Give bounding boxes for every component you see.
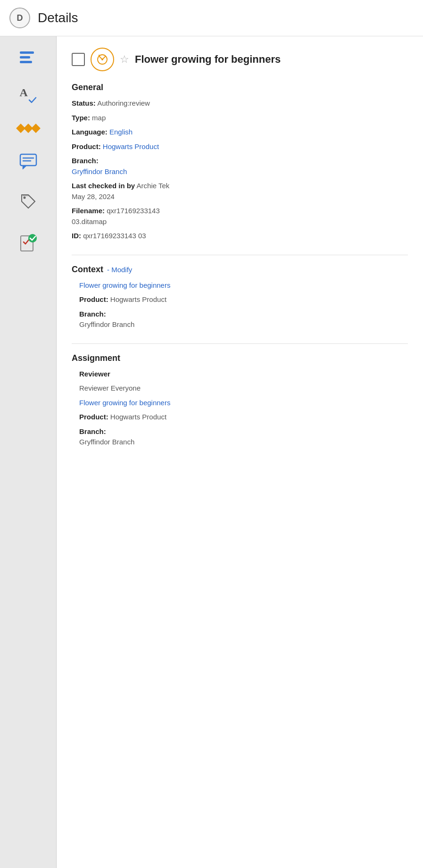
assignment-product-value: Hogwarts Product (110, 413, 166, 421)
status-value: Authoring:review (97, 99, 150, 107)
svg-rect-0 (20, 154, 36, 166)
last-checked-label: Last checked in by (72, 182, 135, 190)
spellcheck-icon: A (20, 86, 37, 103)
assignment-section-title: Assignment (72, 353, 408, 363)
header: D Details (0, 0, 423, 36)
status-label: Status: (72, 99, 96, 107)
checklist-icon (19, 234, 37, 253)
language-label: Language: (72, 128, 108, 136)
main-layout: A (0, 36, 423, 868)
reviewer-value-field: Reviewer Everyone (79, 383, 408, 394)
svg-point-3 (23, 197, 25, 199)
filename-field: Filename: qxr1716923314303.ditamap (72, 206, 408, 227)
language-value[interactable]: English (109, 128, 133, 136)
general-section-title: General (72, 83, 408, 92)
type-value: map (92, 114, 106, 122)
context-branch-label: Branch: (79, 310, 106, 318)
general-section: General Status: Authoring:review Type: m… (72, 83, 408, 242)
assignment-branch-value: Gryffindor Branch (79, 438, 134, 446)
assignment-product-label: Product: (79, 413, 108, 421)
context-link-row: Flower growing for beginners (79, 280, 408, 291)
status-field: Status: Authoring:review (72, 98, 408, 109)
assignment-branch-label: Branch: (79, 427, 106, 435)
context-product-field: Product: Hogwarts Product (79, 294, 408, 305)
assignment-document-link[interactable]: Flower growing for beginners (79, 399, 170, 407)
reviewer-role-label: Reviewer (79, 370, 110, 378)
document-checkbox[interactable] (72, 53, 85, 66)
main-content: ☆ Flower growing for beginners General S… (57, 36, 423, 868)
assignment-branch-field: Branch: Gryffindor Branch (79, 426, 408, 448)
sidebar-item-comment[interactable] (16, 150, 41, 175)
svg-line-8 (102, 56, 106, 59)
sidebar-item-tags[interactable] (16, 189, 41, 216)
last-checked-user: Archie Tek (137, 182, 170, 190)
context-branch-value: Gryffindor Branch (79, 320, 134, 328)
assignment-link-row: Flower growing for beginners (79, 398, 408, 409)
branch-label: Branch: (72, 157, 99, 165)
comment-icon (19, 153, 37, 171)
assignment-details: Reviewer Reviewer Everyone Flower growin… (72, 369, 408, 448)
context-product-value: Hogwarts Product (110, 295, 166, 303)
reviewer-role-field: Reviewer (79, 369, 408, 380)
sidebar-item-stack[interactable] (16, 46, 41, 68)
tags-icon (20, 193, 37, 212)
context-section-title: Context (72, 265, 103, 275)
svg-line-9 (99, 56, 102, 59)
filename-label: Filename: (72, 207, 105, 215)
stack-icon (20, 50, 37, 65)
favorite-star[interactable]: ☆ (120, 53, 129, 66)
page-title: Details (38, 10, 78, 25)
context-section: Context - Modify Flower growing for begi… (72, 265, 408, 330)
assignment-section: Assignment Reviewer Reviewer Everyone Fl… (72, 353, 408, 448)
language-field: Language: English (72, 127, 408, 138)
divider-2 (72, 343, 408, 344)
sidebar-item-spellcheck[interactable]: A (16, 83, 41, 107)
id-label: ID: (72, 232, 81, 240)
version-history-icon[interactable] (91, 48, 114, 71)
branch-value[interactable]: Gryffindor Branch (72, 167, 127, 175)
last-checked-date: May 28, 2024 (72, 192, 115, 200)
assignment-product-field: Product: Hogwarts Product (79, 412, 408, 423)
type-field: Type: map (72, 113, 408, 124)
modify-link[interactable]: - Modify (107, 266, 132, 274)
product-value[interactable]: Hogwarts Product (103, 142, 159, 150)
context-product-label: Product: (79, 295, 108, 303)
context-document-link[interactable]: Flower growing for beginners (79, 281, 170, 289)
reviewer-value: Reviewer Everyone (79, 384, 141, 392)
product-label: Product: (72, 142, 101, 150)
id-value: qxr17169233143 03 (83, 232, 146, 240)
divider-1 (72, 255, 408, 255)
avatar[interactable]: D (9, 8, 30, 28)
id-field: ID: qxr17169233143 03 (72, 231, 408, 242)
diamonds-icon (17, 125, 39, 132)
branch-field: Branch: Gryffindor Branch (72, 156, 408, 177)
last-checked-field: Last checked in by Archie Tek May 28, 20… (72, 181, 408, 202)
context-branch-field: Branch: Gryffindor Branch (79, 309, 408, 330)
svg-point-5 (28, 234, 37, 242)
sidebar-item-checklist[interactable] (16, 230, 41, 257)
sidebar-item-diamonds[interactable] (14, 121, 43, 135)
type-label: Type: (72, 114, 90, 122)
context-section-header: Context - Modify (72, 265, 408, 275)
sidebar: A (0, 36, 57, 868)
context-details: Flower growing for beginners Product: Ho… (72, 280, 408, 330)
product-field: Product: Hogwarts Product (72, 142, 408, 152)
document-title: Flower growing for beginners (135, 53, 281, 67)
document-header: ☆ Flower growing for beginners (72, 48, 408, 71)
